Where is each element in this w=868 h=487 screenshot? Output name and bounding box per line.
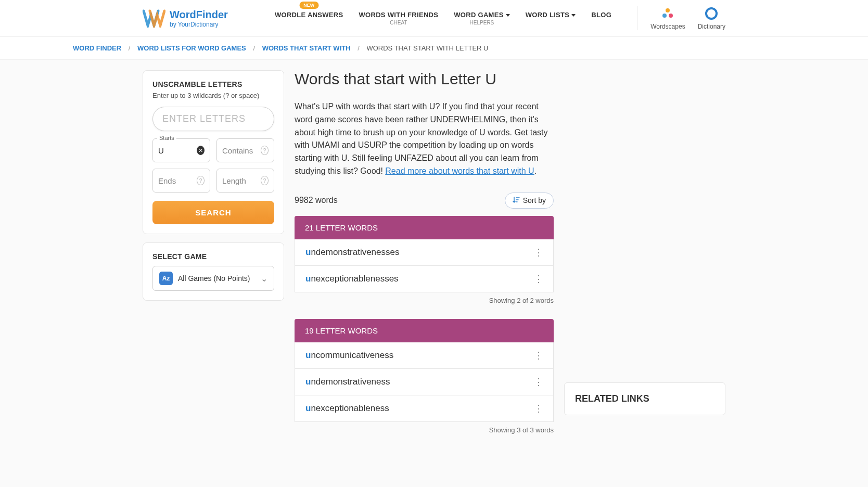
select-game-title: SELECT GAME [152,252,274,261]
ends-filter[interactable]: ? [152,169,210,193]
new-badge: NEW [299,2,318,9]
logo-sub: by YourDictionary [170,21,228,28]
breadcrumb-link[interactable]: WORD LISTS FOR WORD GAMES [137,44,246,52]
starts-input[interactable] [158,146,197,155]
game-icon: Az [159,272,173,285]
unscramble-title: UNSCRAMBLE LETTERS [152,80,274,88]
word-group: 21 LETTER WORDS undemonstrativenesses ⋮ … [295,216,554,292]
help-icon[interactable]: ? [197,176,205,185]
read-more-link[interactable]: Read more about words that start with U [385,166,534,175]
word-row[interactable]: unexceptionableness ⋮ [295,395,554,422]
main-nav: NEW WORDLE ANSWERS WORDS WITH FRIENDS CH… [249,11,637,25]
chevron-down-icon: ⌄ [261,274,267,284]
sort-icon [513,196,520,205]
intro-text: What's UP with words that start with U? … [295,100,554,178]
nav-blog[interactable]: BLOG [591,11,611,25]
search-button[interactable]: SEARCH [152,201,274,224]
more-icon[interactable]: ⋮ [534,273,543,285]
nav-wordle[interactable]: NEW WORDLE ANSWERS [275,11,343,25]
starts-filter[interactable]: Starts ✕ [152,138,210,162]
word-row[interactable]: uncommunicativeness ⋮ [295,342,554,369]
wordscapes-icon [660,6,675,21]
group-header: 21 LETTER WORDS [295,216,554,239]
svg-point-1 [662,14,667,18]
dictionary-icon [704,6,719,21]
word-row[interactable]: undemonstrativenesses ⋮ [295,239,554,266]
help-icon[interactable]: ? [261,176,269,185]
contains-filter[interactable]: ? [216,138,274,162]
unscramble-hint: Enter up to 3 wildcards (? or space) [152,92,274,99]
chevron-down-icon [506,14,510,17]
nav-wwf[interactable]: WORDS WITH FRIENDS CHEAT [359,11,439,25]
length-filter[interactable]: ? [216,169,274,193]
chevron-down-icon [571,14,576,17]
unscramble-card: UNSCRAMBLE LETTERS Enter up to 3 wildcar… [143,70,284,234]
group-header: 19 LETTER WORDS [295,319,554,342]
showing-count: Showing 2 of 2 words [295,297,554,304]
clear-icon[interactable]: ✕ [197,146,205,155]
nav-word-games[interactable]: WORD GAMES HELPERS [454,11,509,25]
more-icon[interactable]: ⋮ [534,350,543,361]
header-link-wordscapes[interactable]: Wordscapes [650,6,685,30]
breadcrumb: WORD FINDER / WORD LISTS FOR WORD GAMES … [0,37,868,60]
showing-count: Showing 3 of 3 words [295,426,554,434]
related-links-box: RELATED LINKS [564,382,725,415]
header: WordFinder by YourDictionary NEW WORDLE … [0,0,868,37]
logo-main: WordFinder [170,9,228,21]
letters-input[interactable] [152,107,274,131]
help-icon[interactable]: ? [261,146,269,155]
word-group: 19 LETTER WORDS uncommunicativeness ⋮ un… [295,319,554,422]
svg-point-0 [666,8,670,12]
select-game-card: SELECT GAME Az All Games (No Points) ⌄ [143,242,284,301]
header-link-dictionary[interactable]: Dictionary [698,6,725,30]
page-title: Words that start with Letter U [295,70,554,88]
game-value: All Games (No Points) [178,274,261,283]
related-title: RELATED LINKS [575,393,714,404]
game-selector[interactable]: Az All Games (No Points) ⌄ [152,266,274,291]
more-icon[interactable]: ⋮ [534,376,543,388]
sort-button[interactable]: Sort by [505,193,554,209]
breadcrumb-current: WORDS THAT START WITH LETTER U [366,44,488,52]
more-icon[interactable]: ⋮ [534,247,543,258]
wordfinder-logo-icon [143,9,165,28]
word-row[interactable]: unexceptionablenesses ⋮ [295,266,554,292]
svg-point-3 [706,8,717,19]
breadcrumb-link[interactable]: WORD FINDER [73,44,121,52]
contains-input[interactable] [222,146,261,155]
logo[interactable]: WordFinder by YourDictionary [143,9,228,28]
nav-word-lists[interactable]: WORD LISTS [526,11,576,25]
word-row[interactable]: undemonstrativeness ⋮ [295,369,554,395]
breadcrumb-link[interactable]: WORDS THAT START WITH [262,44,351,52]
svg-point-2 [669,14,673,18]
more-icon[interactable]: ⋮ [534,403,543,414]
length-input[interactable] [222,176,261,185]
ends-input[interactable] [158,176,197,185]
results-count: 9982 words [295,196,338,205]
